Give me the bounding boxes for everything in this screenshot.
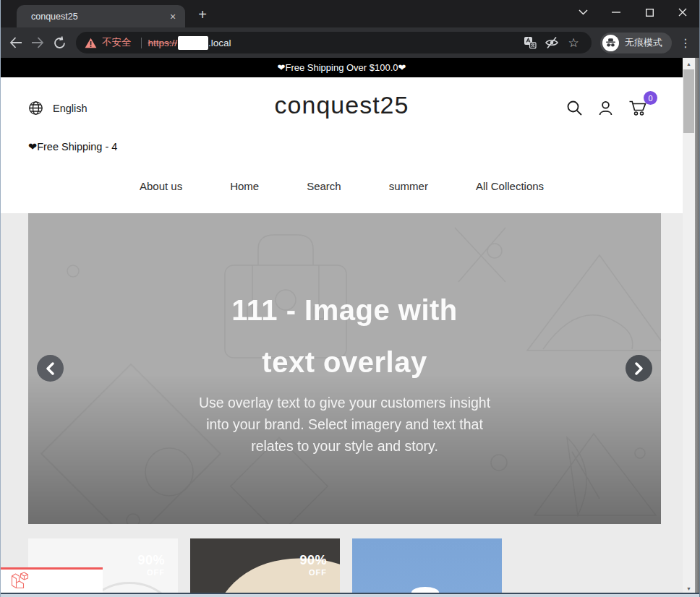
- announcement-bar: ❤Free Shipping Over $100.0❤: [1, 58, 683, 77]
- account-icon[interactable]: [597, 100, 614, 116]
- search-icon[interactable]: [566, 100, 583, 116]
- product-card[interactable]: 90% OFF: [190, 538, 340, 597]
- incognito-badge: 无痕模式: [600, 33, 672, 53]
- scroll-up-icon[interactable]: ▲: [683, 58, 695, 69]
- tab-strip: conquest25 × +: [1, 0, 699, 27]
- main-nav: About us Home Search summer All Collecti…: [1, 180, 683, 192]
- minimize-button[interactable]: [599, 0, 633, 25]
- close-window-button[interactable]: [666, 0, 699, 25]
- shipping-note: ❤Free Shipping - 4: [28, 141, 117, 153]
- maximize-button[interactable]: [633, 0, 666, 25]
- nav-item-all-collections[interactable]: All Collections: [476, 180, 544, 192]
- back-icon[interactable]: [5, 32, 27, 53]
- chevron-right-icon: [634, 362, 644, 375]
- laravel-debugbar[interactable]: [1, 567, 103, 593]
- page-scrollbar[interactable]: ▲ ▼: [683, 58, 695, 597]
- bookmark-star-icon[interactable]: ☆: [564, 33, 583, 52]
- header-icons: 0: [566, 99, 648, 116]
- hero-title: 111 - Image with text overlay: [28, 284, 661, 388]
- hero-text: 111 - Image with text overlay Use overla…: [28, 213, 661, 457]
- active-tab[interactable]: conquest25 ×: [17, 5, 185, 27]
- window-controls: [566, 0, 699, 25]
- discount-badge: 90% OFF: [299, 553, 327, 577]
- url-scheme: https://: [148, 38, 178, 48]
- security-warning-label[interactable]: 不安全: [102, 36, 132, 49]
- tab-search-chevron-icon[interactable]: [566, 0, 599, 25]
- announcement-text: ❤Free Shipping Over $100.0❤: [278, 62, 406, 73]
- address-bar[interactable]: 不安全 https:// .local: [76, 32, 592, 53]
- translate-icon[interactable]: [521, 33, 539, 52]
- nav-item-search[interactable]: Search: [307, 180, 341, 192]
- slider-prev-button[interactable]: [37, 355, 64, 382]
- new-tab-button[interactable]: +: [192, 4, 213, 25]
- product-grid: 90% OFF 90% OFF: [28, 538, 683, 597]
- laravel-logo-icon: [10, 572, 29, 590]
- chevron-left-icon: [46, 362, 55, 375]
- url-suffix: .local: [208, 38, 231, 48]
- slider-next-button[interactable]: [626, 355, 652, 382]
- incognito-label: 无痕模式: [625, 36, 662, 49]
- nav-item-summer[interactable]: summer: [389, 180, 428, 192]
- browser-toolbar: 不安全 https:// .local: [1, 27, 699, 58]
- forward-icon[interactable]: [27, 32, 48, 53]
- product-card[interactable]: [352, 538, 502, 597]
- incognito-icon: [602, 35, 619, 51]
- browser-menu-icon[interactable]: ⋮: [676, 36, 695, 50]
- tab-close-icon[interactable]: ×: [166, 10, 179, 23]
- page-content: ❤Free Shipping Over $100.0❤ English conq…: [1, 58, 683, 597]
- browser-window: conquest25 × +: [0, 0, 700, 597]
- omnibox-divider: [141, 38, 142, 48]
- reload-icon[interactable]: [48, 32, 70, 53]
- hero-subtitle: Use overlay text to give your customers …: [28, 392, 661, 457]
- window-bottom-frame: [1, 593, 699, 597]
- window-right-edge: [695, 58, 699, 597]
- tab-title: conquest25: [31, 12, 166, 22]
- nav-item-about-us[interactable]: About us: [140, 180, 182, 192]
- discount-badge: 90% OFF: [137, 553, 165, 577]
- warning-triangle-icon: [85, 38, 97, 48]
- eye-blocked-icon[interactable]: [542, 33, 561, 52]
- nav-item-home[interactable]: Home: [230, 180, 259, 192]
- cart-count-badge: 0: [644, 91, 657, 105]
- redacted-domain: [178, 36, 208, 50]
- scrollbar-thumb[interactable]: [683, 69, 694, 133]
- page-area: ❤Free Shipping Over $100.0❤ English conq…: [1, 58, 699, 597]
- site-header: English conquest25: [1, 77, 683, 213]
- cart-icon[interactable]: 0: [628, 99, 648, 116]
- hero-slider: 111 - Image with text overlay Use overla…: [28, 213, 661, 524]
